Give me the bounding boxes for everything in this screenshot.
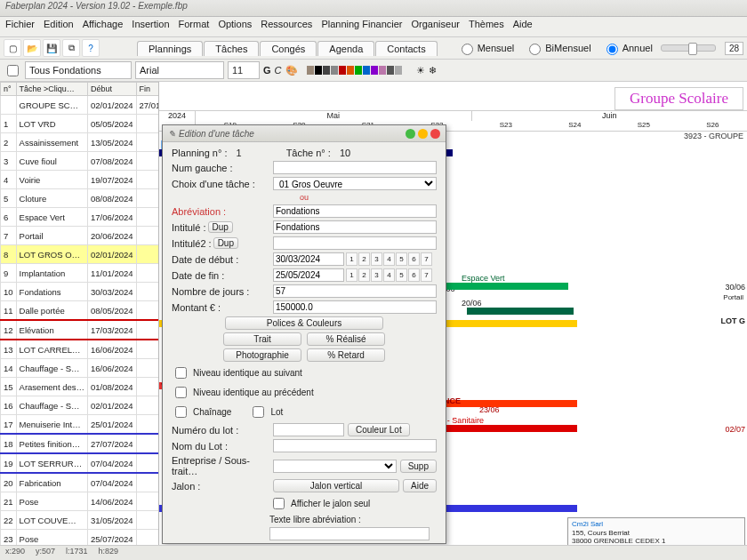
menu-aide[interactable]: Aide xyxy=(513,19,533,35)
label: Montant € : xyxy=(172,302,269,313)
combo-size[interactable]: 11 xyxy=(228,61,260,79)
choix-tache-select[interactable]: 01 Gros Oeuvre xyxy=(273,177,437,190)
color-palette[interactable] xyxy=(307,66,402,75)
col-debut[interactable]: Début xyxy=(87,83,136,96)
table-row[interactable]: 21Pose14/06/2024 xyxy=(1,492,160,511)
tab-contacts[interactable]: Contacts xyxy=(375,41,437,56)
days-debut[interactable]: 1234567 xyxy=(346,252,432,266)
intitule-input[interactable] xyxy=(273,220,437,234)
jalonv-button[interactable]: Jalon vertical xyxy=(273,479,399,492)
num-gauche-input[interactable] xyxy=(273,161,437,174)
abrev-input[interactable] xyxy=(273,204,437,218)
nomlot-input[interactable] xyxy=(273,439,437,452)
snow-icon[interactable]: ❄ xyxy=(429,65,437,76)
tab-plannings[interactable]: Plannings xyxy=(137,41,203,56)
table-row[interactable]: 12Elévation17/03/2024 xyxy=(1,320,160,340)
palette-icon[interactable]: 🎨 xyxy=(285,65,298,76)
max-icon[interactable] xyxy=(418,129,428,139)
montant-input[interactable] xyxy=(273,300,437,314)
spin-value[interactable]: 28 xyxy=(725,42,743,55)
supp-button[interactable]: Supp xyxy=(400,460,437,473)
check-tous[interactable] xyxy=(7,65,19,76)
col-n[interactable]: n° xyxy=(1,83,17,96)
table-row[interactable]: 18Petites finition…27/07/2024 xyxy=(1,434,160,453)
check-lot[interactable]: Lot xyxy=(249,404,283,420)
table-row[interactable]: 5Cloture08/08/2024 xyxy=(1,189,160,208)
new-icon[interactable]: ▢ xyxy=(4,39,21,57)
copy-icon[interactable]: ⧉ xyxy=(62,39,80,57)
check-niv-precedent[interactable]: Niveau identique au précédent xyxy=(172,384,437,401)
menu-themes[interactable]: Thèmes xyxy=(469,19,504,35)
realise-button[interactable]: % Réalisé xyxy=(307,332,385,346)
table-row[interactable]: 1LOT VRD05/05/2024 xyxy=(1,115,160,133)
zoom-slider[interactable] xyxy=(661,44,716,52)
col-tache[interactable]: Tâche >Cliqu… xyxy=(16,83,87,96)
close-icon[interactable] xyxy=(430,129,440,139)
couleurlot-button[interactable]: Couleur Lot xyxy=(348,423,410,436)
bold-icon[interactable]: G xyxy=(263,65,271,76)
menu-ressources[interactable]: Ressources xyxy=(261,19,312,35)
toolbar-main: ▢ 📂 💾 ⧉ ? Plannings Tâches Congés Agenda… xyxy=(0,37,747,60)
menu-organiseur[interactable]: Organiseur xyxy=(412,19,460,35)
tab-agenda[interactable]: Agenda xyxy=(317,41,374,56)
date-fin-input[interactable] xyxy=(273,268,344,282)
table-row[interactable]: 22LOT COUVE…31/05/2024 xyxy=(1,511,160,530)
table-row[interactable]: 17Menuiserie Int…25/01/2024 xyxy=(1,415,160,435)
save-icon[interactable]: 💾 xyxy=(43,39,60,57)
days-fin[interactable]: 1234567 xyxy=(346,268,432,282)
sun-icon[interactable]: ☀ xyxy=(416,65,425,76)
table-row[interactable]: 8LOT GROS O…02/01/2024 xyxy=(1,245,160,264)
menu-fichier[interactable]: Fichier xyxy=(5,19,35,35)
dup-button[interactable]: Dup xyxy=(208,221,233,233)
table-row[interactable]: 2Assainissement13/05/2024 xyxy=(1,133,160,152)
numlot-input[interactable] xyxy=(273,423,344,436)
table-row[interactable]: 20Fabrication07/04/2024 xyxy=(1,473,160,492)
retard-button[interactable]: % Retard xyxy=(307,348,385,362)
table-row[interactable]: 16Chauffage - S…02/01/2024 xyxy=(1,396,160,415)
radio-bimensuel[interactable]: BiMensuel xyxy=(525,41,590,55)
col-fin[interactable]: Fin xyxy=(136,83,159,96)
help-icon[interactable]: ? xyxy=(82,39,100,57)
table-row[interactable]: 14Chauffage - S…16/06/2024 xyxy=(1,359,160,378)
table-row[interactable]: 4Voirie19/07/2024 xyxy=(1,171,160,189)
check-chainage[interactable]: Chaînage xyxy=(172,404,231,420)
min-icon[interactable] xyxy=(406,129,415,139)
table-row[interactable]: 3Cuve fioul07/08/2024 xyxy=(1,152,160,171)
open-icon[interactable]: 📂 xyxy=(23,39,41,57)
menu-financier[interactable]: Planning Financier xyxy=(321,19,402,35)
menu-options[interactable]: Options xyxy=(218,19,252,35)
menu-insertion[interactable]: Insertion xyxy=(132,19,169,35)
txtlibre-input[interactable] xyxy=(269,527,430,540)
dup2-button[interactable]: Dup xyxy=(213,237,238,249)
check-niv-suivant[interactable]: Niveau identique au suivant xyxy=(172,364,437,381)
table-row[interactable]: 19LOT SERRUR…07/04/2024 xyxy=(1,453,160,473)
table-row[interactable]: 15Arasement des…01/08/2024 xyxy=(1,378,160,396)
entreprise-select[interactable] xyxy=(273,460,397,473)
polices-button[interactable]: Polices & Couleurs xyxy=(225,316,383,330)
table-row[interactable]: 9Implantation11/01/2024 xyxy=(1,264,160,283)
table-row[interactable]: 6Espace Vert17/06/2024 xyxy=(1,208,160,227)
trait-button[interactable]: Trait xyxy=(223,332,301,346)
menu-edition[interactable]: Edition xyxy=(44,19,74,35)
menu-affichage[interactable]: Affichage xyxy=(83,19,124,35)
tab-conges[interactable]: Congés xyxy=(260,41,317,56)
label: Date de début : xyxy=(172,254,269,265)
italic-icon[interactable]: C xyxy=(275,65,282,76)
table-row[interactable]: 11Dalle portée08/05/2024 xyxy=(1,301,160,321)
check-afficher-jalon[interactable]: Afficher le jalon seul xyxy=(269,495,437,512)
jours-input[interactable] xyxy=(273,284,437,298)
aide-button[interactable]: Aide xyxy=(403,479,437,492)
intitule2-input[interactable] xyxy=(273,236,437,250)
table-row[interactable]: GROUPE SC…02/01/202427/01/2025 xyxy=(1,96,160,115)
photo-button[interactable]: Photographie xyxy=(223,348,301,362)
menu-format[interactable]: Format xyxy=(179,19,210,35)
tab-taches[interactable]: Tâches xyxy=(204,41,259,56)
table-row[interactable]: 13LOT CARREL…16/06/2024 xyxy=(1,340,160,359)
combo-font[interactable]: Arial xyxy=(135,61,224,79)
date-debut-input[interactable] xyxy=(273,252,344,266)
table-row[interactable]: 10Fondations30/03/2024 xyxy=(1,283,160,301)
table-row[interactable]: 7Portail20/06/2024 xyxy=(1,227,160,245)
combo-filter[interactable]: Tous Fondations xyxy=(25,61,132,79)
radio-annuel[interactable]: Annuel xyxy=(602,41,653,55)
radio-mensuel[interactable]: Mensuel xyxy=(457,41,515,55)
